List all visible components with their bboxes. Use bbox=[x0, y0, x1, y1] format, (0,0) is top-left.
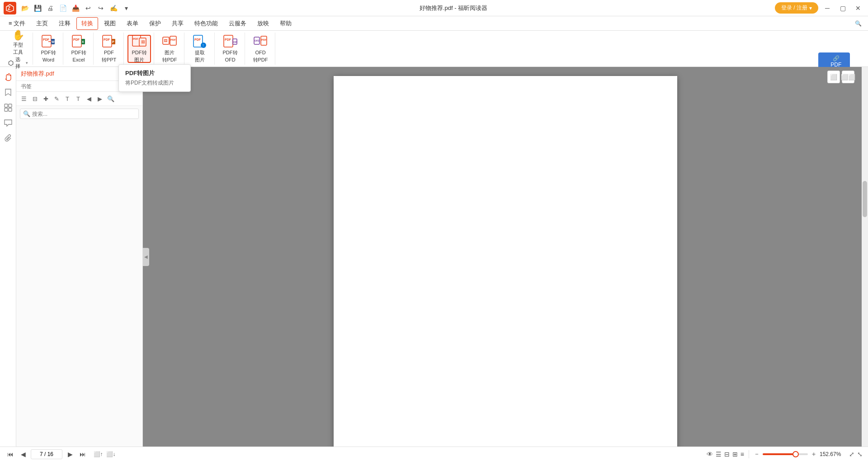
view-settings-icon[interactable]: 👁 bbox=[707, 451, 713, 458]
menu-annotate[interactable]: 注释 bbox=[54, 17, 75, 30]
menu-convert[interactable]: 转换 bbox=[76, 17, 98, 30]
go-next-page-button[interactable]: ▶ bbox=[65, 449, 75, 459]
ribbon: ✋ 手型 工具 ⬡ 选择 ▾ PDF W PDF转 Word bbox=[0, 31, 868, 67]
panel-tool-6[interactable]: T bbox=[73, 94, 83, 104]
scrollbar-thumb[interactable] bbox=[863, 181, 867, 217]
page-number-input[interactable]: 7 / 16 bbox=[31, 449, 62, 459]
panel-tool-2[interactable]: ⊟ bbox=[30, 94, 40, 104]
pdf-to-ofd-button[interactable]: PDF OFD PDF转 OFD bbox=[218, 35, 242, 63]
panel-tool-1[interactable]: ☰ bbox=[19, 94, 29, 104]
ribbon-group-pdf-word: PDF W PDF转 Word bbox=[34, 33, 63, 65]
svg-rect-10 bbox=[103, 35, 112, 47]
sidebar-icon-hand[interactable] bbox=[2, 71, 14, 83]
menubar: ≡ 文件 主页 注释 转换 视图 表单 保护 共享 特色功能 云服务 放映 帮助… bbox=[0, 16, 868, 31]
menu-cloud[interactable]: 云服务 bbox=[224, 17, 251, 30]
svg-text:OFD: OFD bbox=[233, 41, 237, 43]
panel-tool-8[interactable]: ▶ bbox=[95, 94, 105, 104]
fit-page-button[interactable]: ⤡ bbox=[857, 451, 863, 458]
undo-icon[interactable]: ↩ bbox=[82, 2, 94, 14]
statusbar: ⏮ ◀ 7 / 16 ▶ ⏭ ⬜↑ ⬜↓ 👁 ☰ ⊟ ⊞ ≡ － ＋ 152.6… bbox=[0, 447, 868, 461]
zoom-slider-thumb[interactable] bbox=[793, 451, 799, 457]
panel-tool-9[interactable]: 🔍 bbox=[106, 94, 116, 104]
grid-view-icon[interactable]: ⊞ bbox=[732, 451, 738, 458]
go-last-page-button[interactable]: ⏭ bbox=[78, 449, 88, 459]
menu-home[interactable]: 主页 bbox=[31, 17, 53, 30]
tooltip-title: PDF转图片 bbox=[125, 69, 184, 77]
redo-icon[interactable]: ↪ bbox=[95, 2, 107, 14]
single-page-view-button[interactable]: ⬜ bbox=[827, 71, 840, 83]
menu-special[interactable]: 特色功能 bbox=[189, 17, 223, 30]
ribbon-group-hand-select: ✋ 手型 工具 ⬡ 选择 ▾ bbox=[4, 33, 33, 65]
menu-slideshow[interactable]: 放映 bbox=[252, 17, 274, 30]
double-page-view-button[interactable]: ⬜⬜ bbox=[842, 71, 854, 83]
sign-icon[interactable]: ✍ bbox=[108, 2, 119, 14]
left-panel: 好物推荐.pdf ✕ 书签 ☰ ⊟ ✚ ✎ T T ◀ ▶ 🔍 🔍 bbox=[16, 67, 143, 447]
panel-collapse-handle[interactable]: ◀ bbox=[143, 248, 149, 266]
app-logo: Z bbox=[4, 2, 16, 14]
extract-page-button[interactable]: ⬜↑ bbox=[93, 449, 103, 459]
go-prev-page-button[interactable]: ◀ bbox=[18, 449, 28, 459]
ofd-to-pdf-button[interactable]: OFD PDF OFD 转PDF bbox=[249, 35, 272, 63]
menu-help[interactable]: 帮助 bbox=[275, 17, 297, 30]
view-toggle-buttons: ⬜ ⬜⬜ bbox=[827, 71, 854, 83]
pdf-to-excel-button[interactable]: PDF X PDF转 Excel bbox=[67, 35, 90, 63]
sidebar-icon-bookmark[interactable] bbox=[2, 86, 14, 99]
svg-text:PDF: PDF bbox=[104, 38, 110, 41]
sidebar-icon-thumbnail[interactable] bbox=[2, 101, 14, 114]
minimize-button[interactable]: ─ bbox=[821, 2, 834, 14]
menu-share[interactable]: 共享 bbox=[167, 17, 189, 30]
open-icon[interactable]: 📂 bbox=[19, 2, 31, 14]
close-button[interactable]: ✕ bbox=[852, 2, 864, 14]
statusbar-right: 👁 ☰ ⊟ ⊞ ≡ － ＋ 152.67% ⤢ ⤡ bbox=[707, 450, 863, 458]
svg-text:P: P bbox=[112, 40, 114, 43]
image-to-pdf-button[interactable]: 🖼 PDF 图片 转PDF bbox=[158, 35, 181, 63]
go-first-page-button[interactable]: ⏮ bbox=[5, 449, 15, 459]
menu-view[interactable]: 视图 bbox=[99, 17, 121, 30]
login-button[interactable]: 登录 / 注册 ▾ bbox=[775, 2, 818, 14]
svg-text:↑: ↑ bbox=[202, 43, 204, 48]
zoom-slider[interactable] bbox=[763, 453, 808, 455]
hand-tool-button[interactable]: ✋ 手型 工具 bbox=[6, 29, 30, 57]
panel-tool-4[interactable]: ✎ bbox=[52, 94, 61, 104]
titlebar: Z 📂 💾 🖨 📄 📥 ↩ ↪ ✍ ▾ 好物推荐.pdf - 福昕阅读器 登录 … bbox=[0, 0, 868, 16]
extract-image-button[interactable]: PDF ↑ 提取 图片 bbox=[188, 35, 212, 63]
print-icon[interactable]: 🖨 bbox=[44, 2, 56, 14]
maximize-button[interactable]: ▢ bbox=[836, 2, 849, 14]
menu-protect[interactable]: 保护 bbox=[144, 17, 166, 30]
ribbon-group-pdf-excel: PDF X PDF转 Excel bbox=[64, 33, 94, 65]
bookmarks-tab[interactable]: 书签 bbox=[21, 83, 32, 90]
zoom-out-button[interactable]: － bbox=[754, 450, 760, 458]
pdf-to-image-button[interactable]: PDF 🖼 PDF转 图片 bbox=[127, 35, 151, 63]
single-col-view-icon[interactable]: ☰ bbox=[716, 451, 722, 458]
fullscreen-button[interactable]: ⤢ bbox=[849, 451, 854, 458]
menu-file[interactable]: ≡ 文件 bbox=[4, 17, 30, 30]
select-icon: ⬡ bbox=[8, 59, 14, 67]
two-col-view-icon[interactable]: ⊟ bbox=[724, 451, 730, 458]
zoom-in-button[interactable]: ＋ bbox=[811, 450, 817, 458]
panel-tool-3[interactable]: ✚ bbox=[41, 94, 51, 104]
sidebar-icon-comment[interactable] bbox=[2, 117, 14, 129]
insert-page-button[interactable]: ⬜↓ bbox=[106, 449, 116, 459]
panel-tool-7[interactable]: ◀ bbox=[84, 94, 94, 104]
more-icon[interactable]: ▾ bbox=[120, 2, 132, 14]
search-button[interactable]: 🔍 bbox=[852, 17, 864, 30]
sidebar-icon-attachment[interactable] bbox=[2, 132, 14, 145]
import-icon[interactable]: 📥 bbox=[70, 2, 81, 14]
panel-search-input[interactable] bbox=[32, 111, 136, 117]
panel-filename: 好物推荐.pdf bbox=[21, 70, 54, 78]
pdf-to-image-tooltip: PDF转图片 将PDF文档转成图片 bbox=[118, 64, 191, 92]
titlebar-left: Z 📂 💾 🖨 📄 📥 ↩ ↪ ✍ ▾ bbox=[4, 2, 132, 14]
menu-table[interactable]: 表单 bbox=[122, 17, 143, 30]
pdf-to-ppt-button[interactable]: PDF P PDF 转PPT bbox=[97, 35, 121, 63]
vertical-scrollbar[interactable] bbox=[862, 67, 868, 447]
svg-text:PDF: PDF bbox=[225, 38, 231, 41]
pdf-to-image-icon: PDF 🖼 bbox=[132, 34, 146, 49]
pdf-to-word-button[interactable]: PDF W PDF转 Word bbox=[37, 35, 60, 63]
select-tool-button[interactable]: ⬡ 选择 ▾ bbox=[6, 57, 30, 69]
window-title: 好物推荐.pdf - 福昕阅读器 bbox=[132, 4, 775, 12]
scroll-view-icon[interactable]: ≡ bbox=[741, 451, 744, 458]
save-icon[interactable]: 💾 bbox=[32, 2, 43, 14]
newfile-icon[interactable]: 📄 bbox=[57, 2, 69, 14]
panel-tool-5[interactable]: T bbox=[62, 94, 72, 104]
panel-search-bar[interactable]: 🔍 bbox=[20, 109, 139, 119]
